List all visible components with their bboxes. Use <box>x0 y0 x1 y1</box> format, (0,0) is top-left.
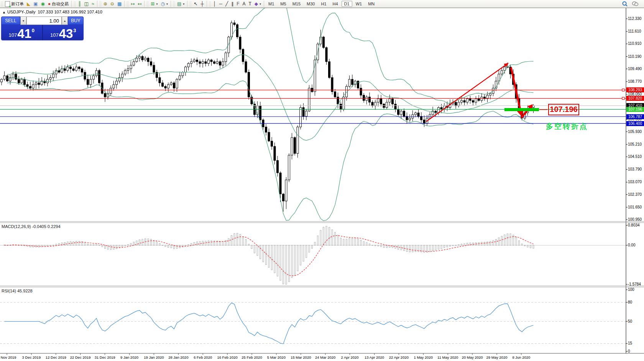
buy-price-figure: 107 <box>50 32 59 38</box>
chart-canvas <box>0 0 644 361</box>
price-callout-box[interactable]: 107.196 <box>548 104 579 115</box>
volume-increase-button[interactable]: ▲ <box>62 16 68 25</box>
ohlc-readout: 107.333 107.483 106.992 107.410 <box>38 10 102 14</box>
macd-pane <box>0 226 626 284</box>
rsi-pane <box>0 302 626 344</box>
sell-price-point: 0 <box>32 28 34 33</box>
sell-price[interactable]: 107 41 0 <box>1 25 43 40</box>
price-label-108.293: 108.293 <box>626 87 644 92</box>
one-click-trade-panel: SELL ▼ 1.00 ▲ BUY 107 41 0 107 43 3 <box>1 16 84 40</box>
volume-input[interactable]: 1.00 <box>26 16 62 25</box>
bollinger-middle <box>7 55 534 141</box>
price-label-107.820: 107.820 <box>626 96 644 101</box>
price-label-106.400: 106.400 <box>626 121 644 126</box>
sell-price-pips: 41 <box>17 28 31 39</box>
macd-label: MACD(12,26,9) -0.0405 0.2294 <box>2 224 61 229</box>
symbol-marker-icon: ▲ <box>2 10 6 14</box>
sell-price-figure: 107 <box>8 32 17 38</box>
sell-button[interactable]: SELL <box>1 16 20 25</box>
pane-separator[interactable] <box>0 222 644 223</box>
hline-handle[interactable] <box>622 97 624 100</box>
mt4-window: +新订单◣▣◉●自动交易║◫≈⊕⊖▦↦↤⊞▾◷▾▤▾↖┼│─╱∥FAT◆▾M1M… <box>0 0 644 361</box>
rsi-label: RSI(14) 45.9228 <box>2 289 33 293</box>
rsi-line <box>5 303 534 344</box>
buy-price-point: 3 <box>73 28 76 33</box>
main-chart-pane <box>0 0 626 221</box>
price-label-107.196: 107.196 <box>626 107 644 112</box>
support-highlight-bar[interactable] <box>504 108 539 111</box>
buy-price[interactable]: 107 43 3 <box>43 25 84 40</box>
chart-info-line: ▲USDJPY-,Daily 107.333 107.483 106.992 1… <box>2 10 102 14</box>
macd-signal-line <box>5 235 534 276</box>
hline-handle[interactable] <box>622 89 624 91</box>
price-label-106.787: 106.787 <box>626 114 644 119</box>
turning-point-note[interactable]: 多空转折点 <box>546 121 588 131</box>
buy-button[interactable]: BUY <box>68 16 84 25</box>
symbol-title: USDJPY-,Daily <box>7 10 36 14</box>
pane-separator[interactable] <box>0 286 644 287</box>
candles-layer <box>1 20 535 212</box>
bollinger-upper <box>7 0 534 103</box>
volume-decrease-button[interactable]: ▼ <box>20 16 26 25</box>
buy-price-pips: 43 <box>59 28 73 39</box>
macd-histogram <box>4 226 534 284</box>
